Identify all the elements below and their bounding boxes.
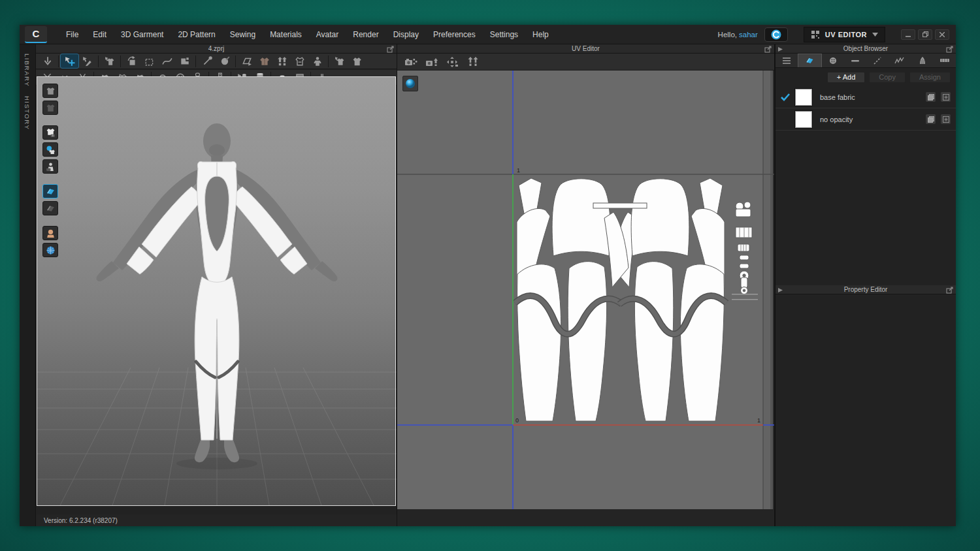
clo-cloud-button[interactable] (764, 27, 788, 42)
arrange-left-tool[interactable] (331, 54, 348, 68)
pattern-snapshot-tool[interactable] (423, 55, 440, 69)
uv-canvas[interactable]: 1 0 1 (397, 71, 775, 509)
fabric-row-base[interactable]: base fabric (776, 86, 956, 108)
check-icon (781, 93, 790, 101)
tab-scene-list[interactable] (776, 54, 798, 67)
uv-editor-titlebar: UV Editor (397, 44, 774, 54)
edit-curvature-tool[interactable] (158, 54, 176, 68)
fabric-save-icon[interactable] (941, 114, 951, 124)
add-button[interactable]: + Add (827, 72, 865, 83)
popout-icon[interactable] (946, 46, 953, 53)
collapse-arrow-icon[interactable] (777, 46, 783, 52)
main-menu: File Edit 3D Garment 2D Pattern Sewing M… (59, 25, 556, 44)
fabric-clone-icon[interactable] (926, 114, 936, 124)
avatar-fit-tool[interactable] (308, 54, 326, 68)
tack-on-avatar-tool[interactable] (216, 54, 233, 68)
popout-icon[interactable] (946, 287, 953, 294)
menu-render[interactable]: Render (346, 25, 385, 44)
menu-preferences[interactable]: Preferences (426, 25, 483, 44)
tab-fabric[interactable] (798, 54, 821, 67)
viewport-3d-titlebar: 4.zprj (36, 44, 397, 54)
fabric-swatch[interactable] (795, 111, 812, 128)
clo-logo[interactable]: C (25, 26, 47, 43)
menu-display[interactable]: Display (386, 25, 426, 44)
reset-uv-arrangement-tool[interactable] (465, 55, 482, 69)
minimize-button[interactable] (901, 29, 915, 40)
popout-icon[interactable] (764, 46, 772, 53)
collapse-arrow-icon[interactable] (777, 287, 783, 293)
menu-edit[interactable]: Edit (86, 25, 114, 44)
uv-layout: 1 0 1 (397, 71, 775, 509)
menu-help[interactable]: Help (525, 25, 556, 44)
fabric-save-icon[interactable] (941, 92, 951, 102)
menu-avatar[interactable]: Avatar (309, 25, 346, 44)
move-pattern-uv-tool[interactable] (444, 55, 461, 69)
textured-garment-icon[interactable] (42, 142, 58, 157)
avatar-render (37, 77, 397, 505)
close-button[interactable] (935, 29, 949, 40)
project-title: 4.zprj (36, 45, 397, 52)
show-fabric-mesh-icon[interactable] (42, 201, 58, 215)
avatar-snapshot-icon[interactable] (42, 159, 58, 174)
library-tab[interactable]: LIBRARY (24, 54, 31, 87)
show-translucent-garment-icon[interactable] (42, 101, 58, 115)
show-avatar-texture-icon[interactable] (42, 243, 58, 257)
fabric-name: base fabric (820, 93, 926, 101)
assign-button[interactable]: Assign (909, 72, 951, 83)
arrange-right-tool[interactable] (348, 54, 366, 68)
sync-garment-tool[interactable] (291, 54, 308, 68)
move-pattern-tool[interactable] (140, 54, 158, 68)
fabric-sphere-button[interactable] (402, 76, 418, 91)
menu-settings[interactable]: Settings (483, 25, 525, 44)
object-browser-actions: + Add Copy Assign (776, 68, 956, 86)
menu-sewing[interactable]: Sewing (223, 25, 263, 44)
tab-fur[interactable] (911, 54, 934, 67)
uv-editor-panel: UV Editor (397, 44, 774, 526)
select-move-tool[interactable] (61, 54, 78, 68)
edit-sculpt-tool[interactable] (78, 54, 96, 68)
menu-file[interactable]: File (59, 25, 86, 44)
viewport-3d-canvas[interactable] (37, 76, 396, 506)
menu-3d-garment[interactable]: 3D Garment (114, 25, 171, 44)
flatten-tool[interactable] (238, 54, 255, 68)
rotate-pattern-tool[interactable] (123, 54, 140, 68)
tab-buttonhole[interactable] (844, 54, 866, 67)
fabric-selected-check[interactable] (776, 93, 795, 101)
right-panel: Object Browser + Add Copy Assign (774, 44, 956, 526)
mode-label: UV EDITOR (825, 31, 867, 39)
tab-rectangle-packing[interactable] (934, 54, 956, 67)
mode-selector-dropdown[interactable]: UV EDITOR (804, 27, 885, 42)
show-fabric-icon[interactable] (42, 184, 58, 198)
show-avatar-icon[interactable] (42, 226, 58, 240)
uv-toolbar (397, 54, 774, 71)
fabric-swatch[interactable] (795, 89, 812, 106)
select-garment-tool[interactable] (101, 54, 118, 68)
copy-button[interactable]: Copy (869, 72, 906, 83)
property-editor-title: Property Editor (776, 286, 956, 293)
uv-snapshot-tool[interactable] (402, 55, 419, 69)
restore-button[interactable] (918, 29, 932, 40)
pin-tool[interactable] (198, 54, 216, 68)
popout-icon[interactable] (387, 46, 394, 53)
app-window: C File Edit 3D Garment 2D Pattern Sewing… (20, 25, 956, 526)
username-link[interactable]: sahar (739, 31, 758, 39)
garment-snapshot-icon[interactable] (42, 125, 58, 140)
fabric-row-no-opacity[interactable]: no opacity (776, 108, 956, 131)
tab-topstitch[interactable] (866, 54, 889, 67)
greeting-text: Hello,sahar (718, 31, 758, 39)
tab-button[interactable] (822, 54, 844, 67)
sewing-machine-tool[interactable] (176, 54, 193, 68)
activate-jacket-tool[interactable] (255, 54, 273, 68)
tab-puckering[interactable] (889, 54, 911, 67)
fabric-clone-icon[interactable] (926, 92, 936, 102)
uv-label-origin: 0 (515, 417, 519, 424)
property-editor-titlebar: Property Editor (776, 285, 956, 294)
reset-2d-arrangement-tool[interactable] (273, 54, 291, 68)
menu-2d-pattern[interactable]: 2D Pattern (171, 25, 222, 44)
menu-materials[interactable]: Materials (263, 25, 309, 44)
left-rail: LIBRARY HISTORY (20, 44, 36, 526)
simulate-tool[interactable] (39, 54, 56, 68)
uv-bottom-strip (397, 509, 774, 526)
show-3d-garment-icon[interactable] (42, 84, 58, 98)
history-tab[interactable]: HISTORY (24, 96, 31, 130)
